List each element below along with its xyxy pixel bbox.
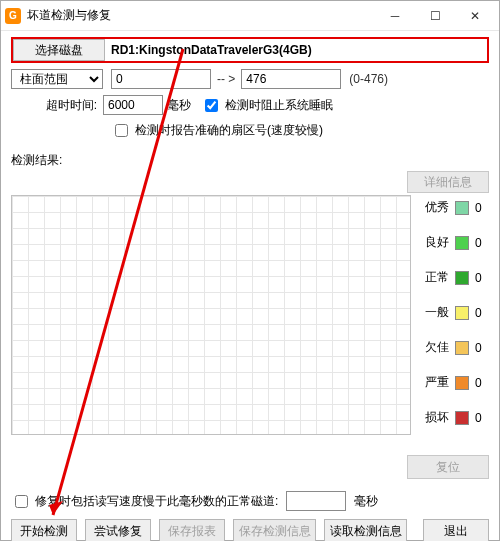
legend-count: 0 bbox=[475, 341, 489, 355]
legend-item-fair: 一般 0 bbox=[425, 304, 489, 321]
legend-swatch-icon bbox=[455, 306, 469, 320]
legend-label: 一般 bbox=[425, 304, 449, 321]
legend-label: 优秀 bbox=[425, 199, 449, 216]
accurate-sector-label: 检测时报告准确的扇区号(速度较慢) bbox=[135, 122, 323, 139]
detail-info-button: 详细信息 bbox=[407, 171, 489, 193]
timeout-input[interactable] bbox=[103, 95, 163, 115]
legend-swatch-icon bbox=[455, 201, 469, 215]
repair-threshold-input[interactable] bbox=[286, 491, 346, 511]
minimize-button[interactable]: ─ bbox=[375, 1, 415, 31]
legend-swatch-icon bbox=[455, 341, 469, 355]
maximize-button[interactable]: ☐ bbox=[415, 1, 455, 31]
timeout-unit: 毫秒 bbox=[167, 97, 191, 114]
range-arrow-icon: -- > bbox=[217, 72, 235, 86]
titlebar: G 坏道检测与修复 ─ ☐ ✕ bbox=[1, 1, 499, 31]
repair-slow-checkbox-input[interactable] bbox=[15, 495, 28, 508]
legend-item-poor: 欠佳 0 bbox=[425, 339, 489, 356]
legend-count: 0 bbox=[475, 201, 489, 215]
legend-item-normal: 正常 0 bbox=[425, 269, 489, 286]
legend-label: 严重 bbox=[425, 374, 449, 391]
legend-swatch-icon bbox=[455, 236, 469, 250]
disk-select-row: 选择磁盘 RD1:KingstonDataTravelerG3(4GB) bbox=[11, 37, 489, 63]
legend-count: 0 bbox=[475, 306, 489, 320]
legend-label: 良好 bbox=[425, 234, 449, 251]
cylinder-range-hint: (0-476) bbox=[349, 72, 388, 86]
legend-label: 欠佳 bbox=[425, 339, 449, 356]
exit-button[interactable]: 退出 bbox=[423, 519, 489, 541]
repair-unit: 毫秒 bbox=[354, 493, 378, 510]
legend-swatch-icon bbox=[455, 271, 469, 285]
cylinder-mode-select[interactable]: 柱面范围 bbox=[11, 69, 103, 89]
legend-count: 0 bbox=[475, 411, 489, 425]
legend-item-good: 良好 0 bbox=[425, 234, 489, 251]
repair-slow-label: 修复时包括读写速度慢于此毫秒数的正常磁道: bbox=[35, 493, 278, 510]
legend-swatch-icon bbox=[455, 411, 469, 425]
timeout-label: 超时时间: bbox=[11, 97, 103, 114]
try-repair-button[interactable]: 尝试修复 bbox=[85, 519, 151, 541]
legend-count: 0 bbox=[475, 271, 489, 285]
reset-button: 复位 bbox=[407, 455, 489, 479]
accurate-sector-checkbox-input[interactable] bbox=[115, 124, 128, 137]
cylinder-from-input[interactable] bbox=[111, 69, 211, 89]
legend-label: 损坏 bbox=[425, 409, 449, 426]
legend-item-damaged: 损坏 0 bbox=[425, 409, 489, 426]
repair-slow-checkbox[interactable]: 修复时包括读写速度慢于此毫秒数的正常磁道: bbox=[11, 492, 278, 511]
start-detect-button[interactable]: 开始检测 bbox=[11, 519, 77, 541]
load-detect-info-button[interactable]: 读取检测信息 bbox=[324, 519, 407, 541]
legend-swatch-icon bbox=[455, 376, 469, 390]
legend-item-severe: 严重 0 bbox=[425, 374, 489, 391]
block-sleep-checkbox[interactable]: 检测时阻止系统睡眠 bbox=[201, 96, 333, 115]
accurate-sector-checkbox[interactable]: 检测时报告准确的扇区号(速度较慢) bbox=[111, 121, 323, 140]
close-button[interactable]: ✕ bbox=[455, 1, 495, 31]
legend-item-excellent: 优秀 0 bbox=[425, 199, 489, 216]
legend-count: 0 bbox=[475, 236, 489, 250]
block-sleep-label: 检测时阻止系统睡眠 bbox=[225, 97, 333, 114]
results-heading: 检测结果: bbox=[11, 152, 489, 169]
legend-label: 正常 bbox=[425, 269, 449, 286]
legend: 优秀 0 良好 0 正常 0 一般 0 bbox=[425, 195, 489, 435]
block-sleep-checkbox-input[interactable] bbox=[205, 99, 218, 112]
select-disk-button[interactable]: 选择磁盘 bbox=[13, 39, 105, 61]
cylinder-to-input[interactable] bbox=[241, 69, 341, 89]
app-logo-icon: G bbox=[5, 8, 21, 24]
save-report-button: 保存报表 bbox=[159, 519, 225, 541]
selected-disk-name: RD1:KingstonDataTravelerG3(4GB) bbox=[105, 39, 487, 61]
window-title: 坏道检测与修复 bbox=[27, 7, 375, 24]
save-detect-info-button: 保存检测信息 bbox=[233, 519, 316, 541]
legend-count: 0 bbox=[475, 376, 489, 390]
sector-grid bbox=[11, 195, 411, 435]
